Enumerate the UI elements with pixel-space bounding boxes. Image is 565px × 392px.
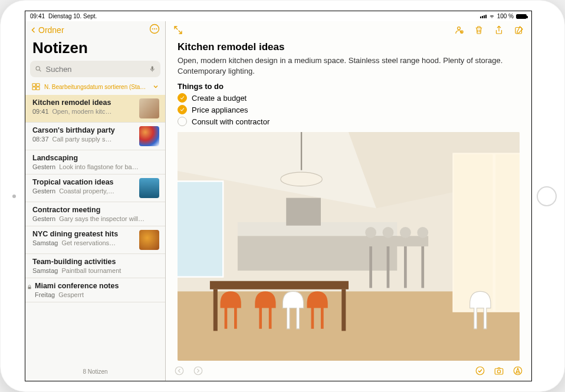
svg-point-2 xyxy=(154,28,155,29)
note-item-thumbnail xyxy=(139,230,159,250)
status-bar: 09:41 Dienstag 10. Sept. 100 % xyxy=(25,11,531,21)
svg-rect-10 xyxy=(28,287,31,289)
svg-rect-33 xyxy=(404,246,407,288)
svg-rect-25 xyxy=(286,198,321,226)
todo-item[interactable]: Price appliances xyxy=(178,105,520,114)
lock-icon xyxy=(27,284,32,290)
svg-rect-5 xyxy=(151,66,153,70)
more-circle-icon xyxy=(149,23,160,35)
note-description[interactable]: Open, modern kitchen design in a medium … xyxy=(178,55,520,76)
cellular-icon xyxy=(480,15,487,18)
todo-checkbox[interactable] xyxy=(178,93,187,103)
svg-rect-43 xyxy=(495,368,503,374)
svg-point-38 xyxy=(400,227,411,238)
battery-percent: 100 % xyxy=(497,13,514,19)
note-list-item[interactable]: Tropical vacation ideasGesternCoastal pr… xyxy=(25,174,165,202)
compose-icon[interactable] xyxy=(514,25,524,35)
svg-point-44 xyxy=(497,370,500,373)
note-detail: Kitchen remodel ideas Open, modern kitch… xyxy=(166,21,531,381)
note-list-item[interactable]: Miami conference notesFreitagGesperrt xyxy=(25,278,165,302)
todo-checkbox[interactable] xyxy=(178,105,187,114)
home-button[interactable] xyxy=(537,186,557,206)
note-attachment-image[interactable] xyxy=(178,132,520,361)
note-list-item[interactable]: LandscapingGesternLook into flagstone fo… xyxy=(25,150,165,174)
search-field[interactable] xyxy=(30,61,160,77)
note-item-thumbnail xyxy=(139,178,159,198)
note-list-item[interactable]: Kitchen remodel ideas09:41Open, modern k… xyxy=(25,95,165,123)
todo-label: Consult with contractor xyxy=(192,117,270,126)
camera-icon[interactable] xyxy=(494,365,504,376)
note-list-item[interactable]: NYC dining greatest hitsSamstagGet reser… xyxy=(25,226,165,254)
svg-rect-9 xyxy=(37,87,40,90)
note-item-subtitle: SamstagGet reservations… xyxy=(32,239,134,246)
battery-icon xyxy=(516,14,527,19)
svg-rect-6 xyxy=(32,84,35,87)
trash-icon[interactable] xyxy=(474,25,484,35)
sort-button[interactable]: N. Bearbeitungsdatum sortieren (Standard… xyxy=(25,81,165,95)
svg-rect-30 xyxy=(341,289,346,331)
back-button[interactable]: Ordner xyxy=(30,25,64,35)
sort-label: N. Bearbeitungsdatum sortieren (Standard… xyxy=(44,84,149,90)
svg-point-1 xyxy=(152,28,153,29)
note-item-title: Team-building activities xyxy=(32,258,159,266)
svg-rect-28 xyxy=(210,281,349,289)
note-item-subtitle: 08:37Call party supply s… xyxy=(32,136,134,143)
note-item-subtitle: SamstagPaintball tournament xyxy=(32,267,159,274)
gallery-icon xyxy=(31,82,41,91)
chevron-left-icon xyxy=(30,27,37,34)
note-item-title: NYC dining greatest hits xyxy=(32,230,134,238)
svg-rect-31 xyxy=(369,246,372,288)
note-list-item[interactable]: Team-building activitiesSamstagPaintball… xyxy=(25,254,165,278)
chevron-down-icon xyxy=(152,83,159,90)
share-icon[interactable] xyxy=(494,25,504,35)
note-item-title: Contractor meeting xyxy=(32,206,159,214)
sidebar-title: Notizen xyxy=(25,39,165,61)
expand-icon[interactable] xyxy=(173,25,183,35)
undo-icon[interactable] xyxy=(174,365,185,376)
svg-rect-20 xyxy=(495,154,520,311)
note-title[interactable]: Kitchen remodel ideas xyxy=(178,41,520,53)
note-list-item[interactable]: Carson's birthday party08:37Call party s… xyxy=(25,123,165,150)
note-subheading[interactable]: Things to do xyxy=(178,82,520,91)
note-list-item[interactable]: Contractor meetingGesternGary says the i… xyxy=(25,202,165,226)
note-item-subtitle: GesternLook into flagstone for ba… xyxy=(32,163,159,170)
svg-point-37 xyxy=(383,227,394,238)
back-label: Ordner xyxy=(38,25,64,35)
todo-checkbox[interactable] xyxy=(178,117,187,126)
wifi-icon xyxy=(489,14,495,19)
note-item-thumbnail xyxy=(139,98,159,118)
collaborate-icon[interactable] xyxy=(454,25,464,35)
svg-rect-35 xyxy=(366,236,428,246)
svg-point-42 xyxy=(476,367,484,375)
checklist-icon[interactable] xyxy=(475,365,485,376)
todo-label: Create a budget xyxy=(192,94,247,103)
search-input[interactable] xyxy=(46,65,145,74)
svg-rect-34 xyxy=(421,246,424,288)
svg-point-39 xyxy=(417,227,428,238)
svg-rect-22 xyxy=(178,182,222,276)
note-item-title: Tropical vacation ideas xyxy=(32,178,134,186)
svg-rect-7 xyxy=(37,84,40,87)
note-item-title: Carson's birthday party xyxy=(32,126,134,134)
svg-point-36 xyxy=(365,227,376,238)
dictation-icon[interactable] xyxy=(149,65,156,73)
todo-item[interactable]: Create a budget xyxy=(178,93,520,103)
svg-rect-8 xyxy=(32,87,35,90)
note-item-title: Landscaping xyxy=(32,154,159,162)
todo-item[interactable]: Consult with contractor xyxy=(178,117,520,126)
note-item-title: Kitchen remodel ideas xyxy=(32,98,134,107)
status-date: Dienstag 10. Sept. xyxy=(48,13,97,19)
svg-point-40 xyxy=(175,367,183,375)
status-time: 09:41 xyxy=(30,13,45,19)
svg-point-11 xyxy=(458,27,461,30)
notes-list: Kitchen remodel ideas09:41Open, modern k… xyxy=(25,95,165,363)
svg-point-41 xyxy=(194,367,202,375)
markup-icon[interactable] xyxy=(513,365,523,376)
redo-icon[interactable] xyxy=(193,365,203,376)
notes-count: 8 Notizen xyxy=(25,363,165,381)
more-button[interactable] xyxy=(149,23,160,37)
note-item-title: Miami conference notes xyxy=(35,282,159,290)
todo-label: Price appliances xyxy=(192,106,248,114)
note-item-thumbnail xyxy=(139,126,159,146)
svg-rect-32 xyxy=(387,246,390,288)
